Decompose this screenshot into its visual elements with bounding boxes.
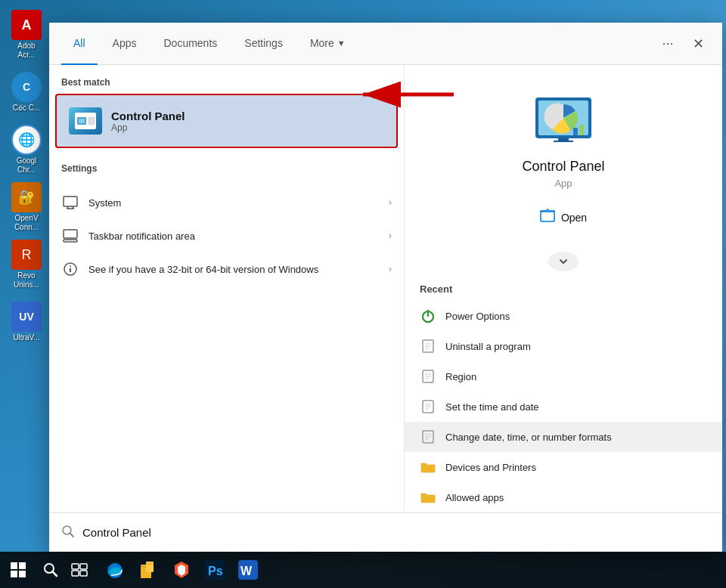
taskbar-files[interactable]: [133, 552, 163, 588]
power-options-label: Power Options: [445, 311, 510, 322]
taskbar-search-button[interactable]: [36, 552, 65, 588]
start-menu: All Apps Documents Settings More ▼ ··· ✕…: [49, 23, 722, 552]
file-icon-1: [420, 338, 436, 354]
settings-item-bitversion[interactable]: See if you have a 32-bit or 64-bit versi…: [49, 252, 404, 286]
recent-item-power[interactable]: Power Options: [405, 301, 722, 331]
menu-right-panel: Control Panel App Open Recent: [405, 65, 722, 512]
svg-rect-12: [573, 128, 578, 135]
recent-item-devices[interactable]: Devices and Printers: [405, 452, 722, 482]
taskbar: Ps W: [0, 552, 726, 588]
svg-text:W: W: [240, 565, 253, 577]
info-icon: [61, 260, 79, 278]
allowed-apps-label: Allowed apps: [445, 492, 504, 503]
task-view-button[interactable]: [65, 552, 94, 588]
desktop-icon-openvpn[interactable]: 🔐 OpenVConn...: [2, 180, 51, 234]
recent-item-time[interactable]: Set the time and date: [405, 391, 722, 422]
recent-item-dateformat[interactable]: Change date, time, or number formats: [405, 422, 722, 452]
svg-rect-0: [64, 197, 77, 206]
search-icon: [61, 525, 75, 541]
tab-more[interactable]: More ▼: [298, 23, 358, 65]
svg-rect-13: [579, 125, 584, 135]
menu-tabs: All Apps Documents Settings More ▼ ··· ✕: [49, 23, 722, 65]
desktop-icon-cocc[interactable]: C Cốc C...: [2, 65, 51, 119]
bitversion-label: See if you have a 32-bit or 64-bit versi…: [88, 264, 389, 275]
tab-all[interactable]: All: [61, 23, 98, 65]
file-icon-2: [420, 368, 436, 385]
svg-rect-46: [80, 564, 87, 569]
desktop-icons: A AdobAcr... C Cốc C... 🌐 GooglChr... 🔐 …: [0, 0, 53, 552]
more-options-button[interactable]: ···: [656, 32, 680, 56]
search-input[interactable]: [82, 526, 710, 539]
best-match-type: App: [111, 122, 185, 133]
control-panel-small-icon: [69, 104, 102, 138]
monitor-icon: [61, 193, 79, 212]
system-arrow-icon: ›: [389, 197, 392, 208]
open-button[interactable]: Open: [525, 201, 602, 234]
recent-item-region[interactable]: Region: [405, 361, 722, 391]
tab-apps[interactable]: Apps: [101, 23, 149, 65]
desktop-icon-revo[interactable]: R RevoUnins...: [2, 237, 51, 292]
menu-left-panel: Best match: [49, 65, 405, 512]
cp-title: Control Panel: [522, 159, 604, 175]
recent-title: Recent: [405, 274, 722, 301]
desktop: A AdobAcr... C Cốc C... 🌐 GooglChr... 🔐 …: [0, 0, 726, 588]
taskbar-arrow-icon: ›: [389, 231, 392, 241]
right-panel-header: Control Panel App Open: [405, 65, 722, 249]
taskbar-label: Taskbar notification area: [88, 231, 389, 242]
svg-rect-15: [554, 141, 573, 142]
svg-line-36: [70, 533, 74, 537]
bitversion-arrow-icon: ›: [389, 264, 392, 274]
search-bar: [49, 512, 722, 552]
open-label: Open: [561, 212, 587, 224]
taskbar-edge[interactable]: [100, 552, 130, 588]
svg-rect-41: [11, 571, 17, 577]
recent-section: Recent Power Options: [405, 274, 722, 512]
dateformat-label: Change date, time, or number formats: [445, 432, 612, 443]
open-icon: [540, 209, 555, 226]
time-date-label: Set the time and date: [445, 401, 539, 413]
desktop-icon-ultrav[interactable]: UV UltraV...: [2, 295, 51, 349]
system-label: System: [88, 197, 389, 209]
svg-rect-39: [11, 562, 17, 569]
svg-rect-48: [80, 571, 87, 576]
desktop-icon-chrome[interactable]: 🌐 GooglChr...: [2, 122, 51, 177]
file-icon-3: [420, 398, 436, 415]
settings-item-system[interactable]: System ›: [49, 186, 404, 219]
svg-rect-42: [19, 571, 26, 577]
taskbar-word[interactable]: W: [233, 552, 263, 588]
svg-rect-40: [19, 562, 26, 569]
power-icon: [420, 308, 436, 324]
best-match-item[interactable]: Control Panel App: [55, 94, 398, 148]
taskbar-photoshop[interactable]: Ps: [200, 552, 230, 588]
svg-line-44: [53, 572, 57, 576]
close-button[interactable]: ✕: [686, 32, 710, 56]
settings-section-label: Settings: [49, 151, 404, 180]
svg-rect-47: [72, 571, 79, 576]
svg-point-8: [70, 266, 71, 268]
svg-rect-45: [72, 564, 79, 569]
best-match-name: Control Panel: [111, 110, 185, 122]
tab-settings[interactable]: Settings: [232, 23, 295, 65]
folder-icon-2: [420, 489, 436, 506]
recent-item-uninstall[interactable]: Uninstall a program: [405, 331, 722, 361]
cp-type: App: [554, 178, 572, 189]
taskbar-apps: Ps W: [94, 552, 269, 588]
best-match-label: Best match: [49, 65, 404, 94]
svg-rect-4: [64, 230, 77, 238]
settings-items: System › Taskbar notification area ›: [49, 180, 404, 292]
svg-rect-16: [541, 212, 554, 221]
recent-item-allowed[interactable]: Allowed apps: [405, 482, 722, 512]
settings-item-taskbar[interactable]: Taskbar notification area ›: [49, 219, 404, 252]
tab-documents[interactable]: Documents: [151, 23, 229, 65]
menu-body: Best match: [49, 65, 722, 512]
svg-text:Ps: Ps: [208, 565, 223, 577]
expand-button[interactable]: [548, 252, 579, 271]
taskbar-brave[interactable]: [166, 552, 197, 588]
folder-icon-1: [420, 459, 436, 475]
file-icon-4: [420, 429, 436, 445]
control-panel-large-icon: [533, 89, 594, 150]
start-button[interactable]: [0, 552, 36, 588]
desktop-icon-adobe[interactable]: A AdobAcr...: [2, 8, 51, 62]
region-label: Region: [445, 371, 476, 382]
svg-rect-51: [146, 562, 154, 572]
